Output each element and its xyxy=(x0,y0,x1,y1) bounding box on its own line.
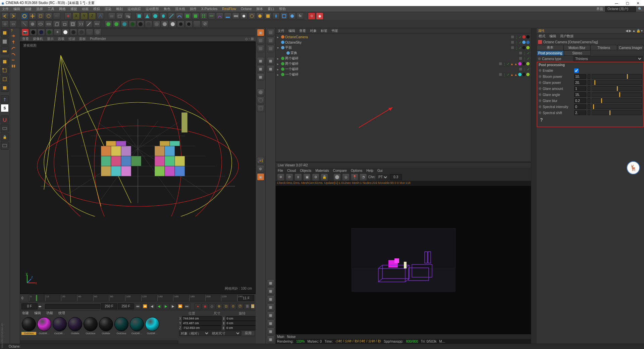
param-bullet-icon[interactable] xyxy=(539,93,541,96)
vp2-cube2-icon[interactable] xyxy=(267,37,274,44)
expander-icon[interactable]: ▸ xyxy=(277,67,280,71)
xp-emitter-icon[interactable] xyxy=(248,12,256,20)
param-bullet-icon[interactable] xyxy=(539,87,541,90)
object-name-label[interactable]: 两个破碎 xyxy=(285,61,299,66)
object-name-label[interactable]: 置换 xyxy=(290,51,297,55)
vp-axis-toggle-icon[interactable]: ⌞=1 xyxy=(257,157,264,164)
menu-create[interactable]: 创建 xyxy=(25,7,32,11)
prim-cone-icon[interactable] xyxy=(144,12,151,20)
oct-mat9-icon[interactable] xyxy=(169,20,176,28)
window-min-button[interactable]: — xyxy=(612,1,621,5)
object-name-label[interactable]: 两个破碎 xyxy=(285,56,299,61)
menu-file[interactable]: 文件 xyxy=(2,7,9,11)
expander-icon[interactable]: ▾ xyxy=(277,46,280,50)
vp2-grid1-icon[interactable]: ▦ xyxy=(267,57,274,64)
magic-select-icon[interactable] xyxy=(21,20,28,28)
axis-lock-icon[interactable]: ⊗ xyxy=(64,12,72,20)
layer-tag-icon[interactable] xyxy=(511,35,514,39)
warn-tag-icon[interactable]: ▲ xyxy=(510,73,514,77)
param-bullet-icon[interactable] xyxy=(539,111,541,114)
layout-select[interactable]: Octane (用户) xyxy=(605,6,636,12)
attr-nav-fwd-icon[interactable]: ▶ xyxy=(629,29,632,33)
menu-pipeline[interactable]: 流水线 xyxy=(175,7,185,11)
coord-pos-input[interactable] xyxy=(182,321,222,326)
tab-basic[interactable]: 基本 xyxy=(537,45,564,50)
help-qmark-label[interactable]: ? xyxy=(537,116,643,124)
gen-extrude-icon[interactable] xyxy=(192,12,199,20)
goto-end-icon[interactable]: ⏭ xyxy=(184,303,191,309)
key-par-icon[interactable]: Ⓟ xyxy=(237,303,244,309)
timeline-from-input[interactable] xyxy=(21,303,38,309)
spinner-icon[interactable] xyxy=(588,80,590,85)
layout-grid7-icon[interactable]: ▦ xyxy=(267,328,274,335)
param-slider[interactable] xyxy=(592,86,642,91)
lv-clock-icon[interactable]: ◔ xyxy=(360,173,367,181)
om-row[interactable]: ▸一个破碎⋮✓ xyxy=(277,66,530,72)
layout-grid5-icon[interactable]: ▦ xyxy=(267,311,274,319)
mat-menu-edit[interactable]: 编辑 xyxy=(34,311,41,315)
layout-grid3-icon[interactable]: ▦ xyxy=(267,295,274,303)
bevel-icon[interactable] xyxy=(53,20,60,28)
layout-grid1-icon[interactable]: ▦ xyxy=(267,279,274,287)
spinner-icon[interactable] xyxy=(588,110,590,115)
lv-menu-gui[interactable]: Gui xyxy=(377,169,383,172)
param-slider[interactable] xyxy=(592,74,642,79)
rf-domain-icon[interactable] xyxy=(280,12,288,20)
workplane-mode-icon[interactable] xyxy=(1,46,9,54)
lv-menu-mat[interactable]: Materials xyxy=(315,169,329,172)
recent-tool-icon[interactable]: ⋯ xyxy=(53,12,60,20)
vp-cube2-icon[interactable] xyxy=(257,45,264,52)
vp-grid1-icon[interactable]: ▦ xyxy=(257,57,264,64)
lv-picker-icon[interactable]: ◎ xyxy=(342,173,350,181)
lv-pin-icon[interactable]: 📍 xyxy=(351,173,358,181)
axis-icon[interactable] xyxy=(1,95,9,103)
material-tag-icon[interactable] xyxy=(518,62,522,65)
om-row[interactable]: OctaneSky⋮✓ xyxy=(277,40,530,45)
coord-pos-input[interactable] xyxy=(182,316,222,321)
lv-menu-opt[interactable]: Options xyxy=(351,169,362,172)
key-r-icon[interactable]: ⊙ xyxy=(230,303,236,309)
menu-window[interactable]: 窗口 xyxy=(268,7,274,11)
layout-grid8-icon[interactable]: ▦ xyxy=(267,336,274,343)
record-icon[interactable]: ● xyxy=(195,303,201,309)
menu-octane[interactable]: Octane xyxy=(241,7,252,11)
param-input[interactable] xyxy=(574,98,586,103)
render-pv-icon[interactable] xyxy=(116,12,123,20)
spinner-icon[interactable] xyxy=(588,74,590,79)
material-item[interactable]: OctDiff… xyxy=(145,317,160,336)
oct-mat3-icon[interactable] xyxy=(121,20,128,28)
move-tool-icon[interactable] xyxy=(29,12,36,20)
om-row[interactable]: ▸两个破碎⋮✓ xyxy=(277,56,530,61)
arrow-sel-icon[interactable] xyxy=(11,57,19,63)
coord-apply-button[interactable]: 应用 xyxy=(241,331,255,336)
oct-mat11-icon[interactable] xyxy=(185,20,193,28)
tag-icon[interactable] xyxy=(526,35,530,39)
oct-mat2-icon[interactable] xyxy=(113,20,120,28)
gen-cloner-icon[interactable] xyxy=(208,12,215,20)
layer-tag-icon[interactable] xyxy=(499,73,502,76)
menu-help[interactable]: 帮助 xyxy=(279,7,286,11)
sky-tag-icon[interactable] xyxy=(526,41,530,44)
module-icon[interactable] xyxy=(11,63,19,69)
scale-tool-icon[interactable] xyxy=(37,12,44,20)
vp-camera-icon[interactable]: ▣ xyxy=(257,29,264,36)
om-menu-tags[interactable]: 标签 xyxy=(321,29,327,33)
tab-postprocessing[interactable]: Post processing xyxy=(537,50,564,56)
attr-nav-up-icon[interactable]: ▲ xyxy=(632,29,636,33)
param-input[interactable] xyxy=(574,74,586,79)
mat-menu-tex[interactable]: 纹理 xyxy=(58,311,65,315)
param-slider[interactable] xyxy=(592,80,642,85)
vp-gear-icon[interactable]: ⚙ xyxy=(257,165,264,172)
timeline-dope-icon[interactable]: ▦ xyxy=(251,304,254,308)
lock-icon[interactable]: 🔒 xyxy=(1,133,9,141)
vp2-grid2-icon[interactable]: ▦ xyxy=(267,65,274,72)
window-max-button[interactable]: ▢ xyxy=(623,1,632,5)
lv-menu-file[interactable]: File xyxy=(278,169,283,172)
poly-mode-icon[interactable] xyxy=(1,84,9,92)
menu-edit[interactable]: 编辑 xyxy=(13,7,20,11)
autokey-icon[interactable]: ◉ xyxy=(202,303,208,309)
object-name-label[interactable]: OctaneCamera xyxy=(285,35,308,39)
search-icon[interactable]: 🔍 xyxy=(638,7,642,11)
visibility-dots-icon[interactable]: ⋮ xyxy=(523,57,526,60)
vp2-cube3-icon[interactable] xyxy=(267,45,274,52)
